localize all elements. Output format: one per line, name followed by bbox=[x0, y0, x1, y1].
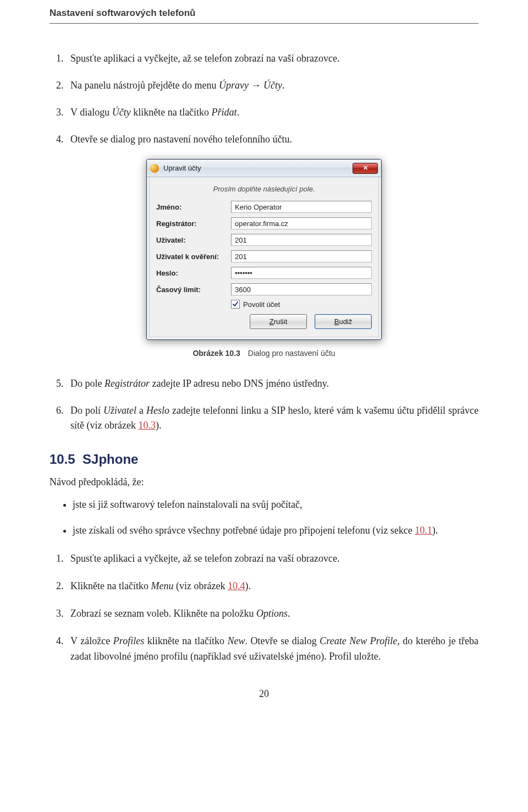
row-user: Uživatel: 201 bbox=[156, 234, 372, 246]
input-auth-user[interactable]: 201 bbox=[231, 250, 372, 262]
input-name[interactable]: Kerio Operator bbox=[231, 201, 372, 213]
label-name: Jméno: bbox=[156, 203, 231, 211]
ok-button[interactable]: Budiž bbox=[315, 314, 372, 329]
dialog-title: Upravit účty bbox=[163, 164, 353, 172]
step-6-mid1: a bbox=[136, 405, 146, 416]
bstep-2-suffix: ). bbox=[245, 580, 251, 591]
figure-caption: Obrázek 10.3Dialog pro nastavení účtu bbox=[50, 349, 479, 358]
step-3-prefix: V dialogu bbox=[70, 107, 112, 118]
bullet-2-suffix: ). bbox=[432, 525, 438, 536]
bstep-2-prefix: Klikněte na tlačítko bbox=[70, 580, 151, 591]
step-6-italic1: Uživatel bbox=[103, 405, 136, 416]
caption-name: Obrázek 10.3 bbox=[193, 349, 240, 358]
row-password: Heslo: ••••••• bbox=[156, 267, 372, 279]
step-2-italic2: Účty bbox=[263, 80, 282, 91]
bullet-1: jste si již softwarový telefon nainstalo… bbox=[73, 497, 479, 512]
bstep-3-prefix: Zobrazí se seznam voleb. Klikněte na pol… bbox=[70, 608, 256, 619]
section-heading: 10.5 SJphone bbox=[50, 452, 479, 467]
row-timeout: Časový limit: 3600 bbox=[156, 283, 372, 295]
bstep-3-italic1: Options bbox=[256, 608, 288, 619]
step-5-suffix: zadejte IP adresu nebo DNS jméno ústředn… bbox=[150, 378, 329, 389]
row-enable-account[interactable]: Povolit účet bbox=[231, 300, 372, 309]
page-number: 20 bbox=[50, 688, 479, 700]
step-5-italic1: Registrátor bbox=[105, 378, 150, 389]
step-1: Spusťte aplikaci a vyčkejte, až se telef… bbox=[66, 51, 479, 66]
bstep-4-mid2: . Otevře se dialog bbox=[245, 635, 320, 646]
step-2-suffix: . bbox=[282, 80, 285, 91]
label-auth-user: Uživatel k ověření: bbox=[156, 253, 231, 261]
step-6-italic2: Heslo bbox=[146, 405, 169, 416]
step-3-italic1: Účty bbox=[112, 107, 131, 118]
step-5: Do pole Registrátor zadejte IP adresu ne… bbox=[66, 376, 479, 391]
label-user: Uživatel: bbox=[156, 236, 231, 244]
dialog-prompt: Prosím doplňte následující pole. bbox=[156, 185, 372, 193]
step-2-italic1: Úpravy bbox=[219, 80, 249, 91]
bstep-2-mid: (viz obrázek bbox=[173, 580, 227, 591]
ref-link-10-3[interactable]: 10.3 bbox=[138, 420, 156, 431]
input-timeout[interactable]: 3600 bbox=[231, 283, 372, 295]
step-6-suffix: ). bbox=[156, 420, 162, 431]
step-6: Do polí Uživatel a Heslo zadejte telefon… bbox=[66, 403, 479, 433]
bstep-4-italic2: New bbox=[227, 635, 245, 646]
ref-link-10-1[interactable]: 10.1 bbox=[415, 525, 432, 536]
dialog-app-icon bbox=[150, 164, 159, 173]
bstep-1: Spusťte aplikaci a vyčkejte, až se telef… bbox=[66, 551, 479, 567]
dialog-edit-accounts: Upravit účty ✕ Prosím doplňte následujíc… bbox=[146, 159, 382, 340]
bstep-4-prefix: V záložce bbox=[70, 635, 113, 646]
checkbox-label: Povolit účet bbox=[243, 300, 280, 309]
section-num: 10.5 bbox=[50, 452, 75, 467]
row-registrar: Registrátor: operator.firma.cz bbox=[156, 217, 372, 229]
step-3-mid: klikněte na tlačítko bbox=[131, 107, 212, 118]
bullet-2: jste získali od svého správce všechny po… bbox=[73, 523, 479, 538]
label-password: Heslo: bbox=[156, 269, 231, 277]
row-name: Jméno: Kerio Operator bbox=[156, 201, 372, 213]
bstep-3: Zobrazí se seznam voleb. Klikněte na pol… bbox=[66, 606, 479, 622]
bstep-4-italic1: Profiles bbox=[113, 635, 144, 646]
dialog-titlebar[interactable]: Upravit účty ✕ bbox=[147, 160, 381, 177]
cancel-rest: rušit bbox=[274, 317, 288, 326]
section-title: SJphone bbox=[82, 452, 138, 467]
bstep-4-italic3: Create New Profile bbox=[320, 635, 397, 646]
section-intro: Návod předpokládá, že: bbox=[50, 475, 479, 490]
close-button[interactable]: ✕ bbox=[353, 163, 378, 174]
bstep-2-italic1: Menu bbox=[151, 580, 173, 591]
input-registrar[interactable]: operator.firma.cz bbox=[231, 217, 372, 229]
bstep-4-mid1: klikněte na tlačítko bbox=[144, 635, 227, 646]
check-icon bbox=[233, 301, 238, 307]
step-2: Na panelu nástrojů přejděte do menu Úpra… bbox=[66, 78, 479, 93]
step-2-arrow: → bbox=[249, 80, 263, 91]
step-5-prefix: Do pole bbox=[70, 378, 105, 389]
bstep-3-suffix: . bbox=[288, 608, 290, 619]
step-3-suffix: . bbox=[237, 107, 240, 118]
ref-link-10-4[interactable]: 10.4 bbox=[228, 580, 245, 591]
cancel-button[interactable]: Zrušit bbox=[250, 314, 307, 329]
row-auth-user: Uživatel k ověření: 201 bbox=[156, 250, 372, 262]
label-timeout: Časový limit: bbox=[156, 286, 231, 294]
input-password[interactable]: ••••••• bbox=[231, 267, 372, 279]
step-4: Otevře se dialog pro nastavení nového te… bbox=[66, 132, 479, 147]
caption-text: Dialog pro nastavení účtu bbox=[248, 349, 336, 358]
step-3-italic2: Přidat bbox=[212, 107, 237, 118]
running-header: Nastavení softwarových telefonů bbox=[50, 0, 479, 24]
checkbox-enable-account[interactable] bbox=[231, 300, 240, 309]
close-icon: ✕ bbox=[363, 165, 368, 171]
ok-rest: udiž bbox=[339, 317, 352, 326]
figure-dialog: Upravit účty ✕ Prosím doplňte následujíc… bbox=[50, 159, 479, 340]
step-3: V dialogu Účty klikněte na tlačítko Přid… bbox=[66, 105, 479, 120]
step-2-prefix: Na panelu nástrojů přejděte do menu bbox=[70, 80, 219, 91]
label-registrar: Registrátor: bbox=[156, 220, 231, 228]
input-user[interactable]: 201 bbox=[231, 234, 372, 246]
bstep-2: Klikněte na tlačítko Menu (viz obrázek 1… bbox=[66, 579, 479, 594]
cancel-mnemonic: Z bbox=[270, 317, 274, 326]
step-6-prefix: Do polí bbox=[70, 405, 103, 416]
bstep-4: V záložce Profiles klikněte na tlačítko … bbox=[66, 634, 479, 665]
bullet-2-prefix: jste získali od svého správce všechny po… bbox=[73, 525, 415, 536]
